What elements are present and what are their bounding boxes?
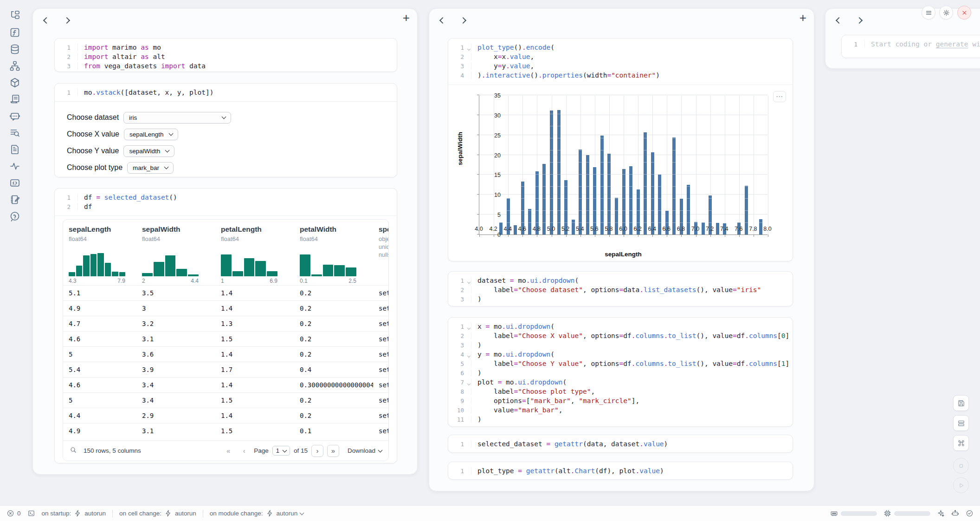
packages-icon[interactable]: [9, 77, 20, 88]
cell-plot[interactable]: 1plot_type().encode(2 x=x.value,3 y=y.va…: [448, 38, 793, 261]
table-row[interactable]: 4.73.21.30.2setosa: [63, 316, 388, 331]
cell-dataframe[interactable]: 1df = selected_dataset()2df sepalLengthf…: [54, 188, 397, 463]
code-line[interactable]: 3): [448, 340, 793, 350]
memory-usage[interactable]: [830, 509, 877, 517]
code-line[interactable]: 7plot = mo.ui.dropdown(: [448, 378, 793, 387]
run-button[interactable]: [953, 477, 969, 493]
code-line[interactable]: 1plot_type().encode(: [448, 43, 793, 52]
code-line[interactable]: 1plot_type = getattr(alt.Chart(df), plot…: [448, 466, 793, 475]
code-line[interactable]: 2df: [55, 202, 397, 211]
scripts-icon[interactable]: [9, 94, 20, 105]
page-select[interactable]: 1: [272, 446, 290, 456]
generate-link[interactable]: generate: [936, 40, 968, 48]
code-line[interactable]: 1dataset = mo.ui.dropdown(: [448, 276, 793, 285]
cell-imports[interactable]: 1import marimo as mo2import altair as al…: [54, 38, 397, 72]
settings-gear-button[interactable]: [939, 6, 953, 20]
code-line[interactable]: 8 label="Choose plot type",: [448, 387, 793, 396]
datasources-icon[interactable]: [9, 44, 20, 55]
dropdown-select[interactable]: iris: [123, 112, 231, 124]
code-line[interactable]: 2 label="Choose X value", options=df.col…: [448, 331, 793, 340]
prev-page-button[interactable]: ‹: [238, 445, 250, 457]
cell-dataset-dropdown[interactable]: 1dataset = mo.ui.dropdown(2 label="Choos…: [448, 271, 793, 306]
close-column-button[interactable]: [957, 6, 971, 20]
terminal-button[interactable]: [27, 509, 35, 517]
cell-xy-plot-dropdowns[interactable]: 1x = mo.ui.dropdown(2 label="Choose X va…: [448, 317, 793, 427]
dropdown-select[interactable]: mark_bar: [127, 162, 174, 174]
table-row[interactable]: 4.93.11.50.1setosa: [63, 423, 388, 438]
code-line[interactable]: 3from vega_datasets import data: [55, 61, 397, 71]
table-row[interactable]: 4.63.11.50.2setosa: [63, 331, 388, 346]
code-line[interactable]: 1import marimo as mo: [55, 43, 397, 52]
chart-plot-area[interactable]: [479, 96, 767, 235]
table-row[interactable]: 53.41.50.2setosa: [63, 392, 388, 408]
errors-indicator[interactable]: 0: [6, 509, 21, 517]
code-line[interactable]: 1mo.vstack([dataset, x, y, plot]): [55, 88, 397, 97]
save-button[interactable]: [953, 395, 969, 411]
connection-status-button[interactable]: [966, 509, 974, 517]
code-line[interactable]: 4).interactive().properties(width="conta…: [448, 71, 793, 80]
dropdown-select[interactable]: sepalLength: [124, 129, 178, 140]
snippets-icon[interactable]: [9, 177, 20, 189]
code-line[interactable]: 11): [448, 415, 793, 424]
column-header[interactable]: sepalWidthfloat6424.4: [136, 225, 215, 285]
dependency-graph-icon[interactable]: [9, 60, 20, 72]
code-line[interactable]: 2import altair as alt: [55, 52, 397, 61]
column-header[interactable]: petalLengthfloat6416.9: [215, 225, 294, 285]
column-next-button[interactable]: [855, 14, 864, 26]
code-line[interactable]: 6): [448, 368, 793, 378]
layout-rows-button[interactable]: [953, 415, 969, 431]
code-line[interactable]: 9 options=["mark_bar", "mark_circle"],: [448, 396, 793, 405]
fold-chevron-icon[interactable]: [467, 47, 471, 50]
column-histogram[interactable]: [69, 247, 125, 276]
column-prev-button[interactable]: [42, 14, 51, 26]
add-column-button[interactable]: +: [799, 12, 806, 24]
download-button[interactable]: Download: [348, 447, 382, 454]
code-line[interactable]: 1selected_dataset = getattr(data, datase…: [448, 439, 793, 449]
ai-chat-icon[interactable]: [9, 111, 20, 122]
code-line[interactable]: 10 value="mark_bar",: [448, 405, 793, 415]
table-row[interactable]: 4.42.91.40.2setosa: [63, 408, 388, 423]
cell-empty[interactable]: 1 Start coding or generate with AI: [841, 35, 980, 58]
table-row[interactable]: 4.63.41.40.30000000000000004setosa: [63, 377, 388, 392]
keyboard-shortcuts-button[interactable]: [953, 435, 969, 451]
functions-icon[interactable]: [9, 27, 20, 38]
stop-button[interactable]: [953, 458, 969, 474]
cell-plot-type[interactable]: 1plot_type = getattr(alt.Chart(df), plot…: [448, 462, 793, 480]
ai-assistant-button[interactable]: [937, 509, 945, 517]
add-column-button[interactable]: +: [403, 12, 410, 24]
column-histogram[interactable]: [221, 247, 277, 276]
column-prev-button[interactable]: [438, 14, 447, 26]
cpu-usage[interactable]: [883, 509, 930, 517]
search-icon[interactable]: [70, 446, 77, 456]
code-line[interactable]: 1df = selected_dataset(): [55, 193, 397, 202]
on-startup-setting[interactable]: on startup: autorun: [42, 509, 106, 517]
code-line[interactable]: 2 x=x.value,: [448, 52, 793, 61]
code-line[interactable]: 5 label="Choose Y value", options=df.col…: [448, 359, 793, 368]
tracing-icon[interactable]: [9, 161, 20, 172]
column-next-button[interactable]: [63, 14, 71, 26]
menu-button[interactable]: [922, 6, 935, 20]
help-icon[interactable]: [9, 211, 20, 222]
code-line[interactable]: 1x = mo.ui.dropdown(: [448, 322, 793, 331]
fold-chevron-icon[interactable]: [467, 326, 471, 329]
cell-selected-dataset[interactable]: 1selected_dataset = getattr(data, datase…: [448, 435, 793, 453]
table-row[interactable]: 53.61.40.2setosa: [63, 346, 388, 362]
table-row[interactable]: 4.931.40.2setosa: [63, 300, 388, 316]
next-page-button[interactable]: ›: [311, 445, 323, 457]
documentation-icon[interactable]: [9, 144, 20, 155]
table-row[interactable]: 5.43.91.70.4setosa: [63, 362, 388, 377]
code-line[interactable]: 3): [448, 294, 793, 304]
cell-vstack[interactable]: 1mo.vstack([dataset, x, y, plot]) Choose…: [54, 83, 397, 177]
file-explorer-icon[interactable]: [9, 10, 20, 21]
code-line[interactable]: 4y = mo.ui.dropdown(: [448, 350, 793, 359]
column-histogram[interactable]: [142, 247, 199, 276]
fold-chevron-icon[interactable]: [467, 280, 471, 283]
code-placeholder[interactable]: Start coding or generate with AI: [864, 40, 980, 48]
column-prev-button[interactable]: [835, 14, 843, 26]
code-line[interactable]: 2 label="Choose dataset", options=data.l…: [448, 285, 793, 294]
column-header[interactable]: petalWidthfloat640.12.5: [294, 225, 373, 285]
last-page-button[interactable]: »: [327, 445, 339, 457]
dropdown-select[interactable]: sepalWidth: [123, 145, 174, 157]
scratchpad-icon[interactable]: [9, 194, 20, 205]
fold-chevron-icon[interactable]: [467, 354, 471, 357]
